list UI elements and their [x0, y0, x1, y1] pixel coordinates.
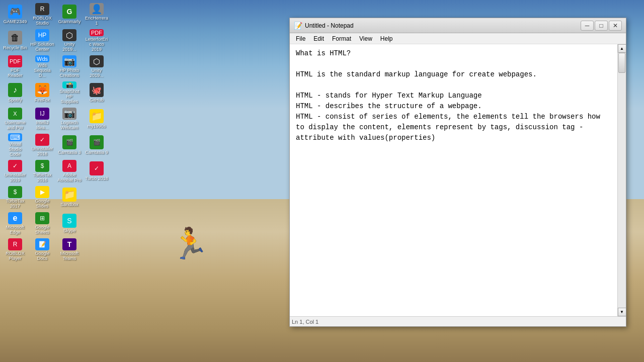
icon-ms-teams[interactable]: T Microsoft Teams — [56, 237, 83, 262]
menu-bar: File Edit Format View Help — [290, 33, 626, 44]
icon-img: ♪ — [8, 83, 22, 97]
scrollbar[interactable]: ▲ ▼ — [617, 44, 626, 316]
icon-unity2[interactable]: ⬡ Unity 2019... — [84, 54, 110, 79]
icon-snapshotp[interactable]: 📸 SnapShot HP Supplies — [56, 80, 83, 106]
icon-label: TurboTax 2016 — [30, 173, 54, 183]
icon-label: Adobe Acrobat Pro — [57, 173, 82, 183]
icon-camtasia3[interactable]: 🎬 Camtasia 3 — [56, 133, 83, 158]
text-editor[interactable] — [290, 44, 617, 316]
icon-label: HP Photo Creations — [57, 68, 82, 78]
icon-my1990[interactable]: 📁 my1990s — [84, 107, 110, 132]
icon-adobe-acrobat[interactable]: A Adobe Acrobat Pro — [56, 159, 83, 184]
icon-unity[interactable]: ⬡ Unity 2019... — [56, 28, 83, 53]
icon-uninstaller[interactable]: ✓ Uninstaller 2018 — [29, 133, 55, 158]
icon-intellij[interactable]: IJ IntelliJ Idea... — [29, 107, 55, 132]
notepad-window: 📝 Untitled - Notepad ─ □ ✕ File Edit For… — [289, 18, 626, 327]
scroll-track — [618, 53, 626, 308]
scroll-down-arrow[interactable]: ▼ — [618, 308, 626, 316]
icon-img: 🐙 — [90, 83, 104, 97]
icon-github[interactable]: 🐙 GitHub — [84, 80, 110, 106]
icon-img: ▶ — [35, 186, 49, 198]
icon-label: Wds Sequoia D... — [30, 63, 54, 78]
icon-pdf[interactable]: PDF PDF Reader — [2, 54, 28, 79]
icon-hp-photo[interactable]: 📷 HP Photo Creations — [56, 54, 83, 79]
icon-label: Google Slides — [30, 199, 54, 209]
icon-spotify[interactable]: ♪ Spotify — [2, 80, 28, 106]
icon-img: X — [8, 108, 22, 120]
icon-hp-solution[interactable]: HP HP Solution Center — [29, 28, 55, 53]
icon-google-sheets[interactable]: ⊞ Google Sheets — [29, 211, 55, 236]
icon-img: 🎮 — [8, 5, 22, 19]
icon-empty — [84, 185, 110, 210]
maximize-button[interactable]: □ — [595, 21, 608, 31]
icon-img: HP — [35, 29, 49, 41]
icon-label: Uninstaller 2018 — [30, 147, 54, 157]
icon-img: 📁 — [90, 109, 104, 123]
menu-help[interactable]: Help — [376, 34, 397, 43]
icon-google-slides[interactable]: ▶ Google Slides — [29, 185, 55, 210]
desktop-icons: 🎮 GAME2349 R ROBLOX Studio G Grammarly 👤… — [0, 0, 111, 362]
scroll-thumb[interactable] — [618, 53, 625, 73]
scroll-up-arrow[interactable]: ▲ — [618, 44, 626, 53]
window-title: Untitled - Notepad — [305, 22, 581, 29]
icon-img: 📁 — [62, 188, 76, 202]
icon-letter-eric[interactable]: PDF LetterforEric Waco 2019 — [84, 28, 110, 53]
status-bar: Ln 1, Col 1 — [290, 316, 626, 326]
icon-img: ✓ — [90, 161, 104, 175]
menu-edit[interactable]: Edit — [309, 34, 328, 43]
icon-uninstaller19[interactable]: ✓ Uninstaller 2019 — [2, 159, 28, 184]
icon-img: PDF — [90, 29, 104, 36]
icon-skype[interactable]: S Skype — [56, 211, 83, 236]
menu-view[interactable]: View — [355, 34, 376, 43]
icon-recycle-bin[interactable]: 🗑 Recycle Bin — [2, 28, 28, 53]
icon-word[interactable]: Wds Wds Sequoia D... — [29, 54, 55, 79]
icon-label: Unity 2019... — [57, 42, 82, 52]
icon-label: PDF Reader — [3, 68, 27, 78]
icon-google-docs[interactable]: 📝 Google Docs — [29, 237, 55, 262]
icon-img: PDF — [8, 55, 22, 67]
icon-empty3 — [84, 237, 110, 262]
icon-img: IJ — [35, 108, 49, 120]
icon-img: 🦊 — [35, 83, 49, 97]
icon-logitech-wb[interactable]: 📷 Logitech Webcam — [56, 107, 83, 132]
icon-img: R — [8, 238, 22, 250]
icon-img: R — [35, 3, 49, 15]
icon-img: e — [8, 212, 22, 224]
icon-ms-edge[interactable]: e Microsoft Edge — [2, 211, 28, 236]
close-button[interactable]: ✕ — [609, 21, 622, 31]
icon-label: ROBLOX Player — [3, 251, 27, 261]
menu-format[interactable]: Format — [328, 34, 355, 43]
icon-label: HP Solution Center — [30, 42, 54, 52]
icon-label: EricHerrera1 — [85, 16, 109, 26]
minimize-button[interactable]: ─ — [581, 21, 594, 31]
icon-label: FireFox — [35, 98, 50, 103]
icon-turbotax17[interactable]: $ TurboTax 2017 — [2, 185, 28, 210]
icon-ericherrera[interactable]: 👤 EricHerrera1 — [84, 2, 110, 27]
icon-label: Google Docs — [30, 251, 54, 261]
icon-sandbox[interactable]: 📁 Sandbox — [56, 185, 83, 210]
icon-img: ⊞ — [35, 212, 49, 224]
icon-label: Google Sheets — [30, 225, 54, 235]
icon-turbotar[interactable]: $ TurboTax 2016 — [29, 159, 55, 184]
icon-empty2 — [84, 211, 110, 236]
icon-label: Turbo 2018 — [85, 176, 108, 182]
icon-label: Logitech Webcam — [57, 121, 82, 131]
icon-grammarly[interactable]: G Grammarly — [56, 2, 83, 27]
icon-turbo18[interactable]: ✓ Turbo 2018 — [84, 159, 110, 184]
icon-firefox[interactable]: 🦊 FireFox — [29, 80, 55, 106]
icon-label: my1990s — [88, 124, 106, 129]
icon-img: $ — [8, 186, 22, 198]
icon-label: Uninstaller 2019 — [3, 173, 27, 183]
menu-file[interactable]: File — [292, 34, 309, 43]
icon-img: ✓ — [8, 160, 22, 172]
icon-img: 🎬 — [62, 135, 76, 149]
icon-username[interactable]: X Username and PW — [2, 107, 28, 132]
runner-silhouette: 🏃 — [171, 226, 209, 261]
icon-camtasia9[interactable]: 🎬 Camtasia 9 — [84, 133, 110, 158]
desktop: 🏃 🎮 GAME2349 R ROBLOX Studio G Grammarly… — [0, 0, 644, 362]
icon-vscode[interactable]: ⌨ Visual Studio Code — [2, 133, 28, 158]
icon-game2349[interactable]: 🎮 GAME2349 — [2, 2, 28, 27]
icon-img: T — [62, 238, 76, 250]
icon-roblox-player[interactable]: R ROBLOX Player — [2, 237, 28, 262]
icon-roblox-studio[interactable]: R ROBLOX Studio — [29, 2, 55, 27]
